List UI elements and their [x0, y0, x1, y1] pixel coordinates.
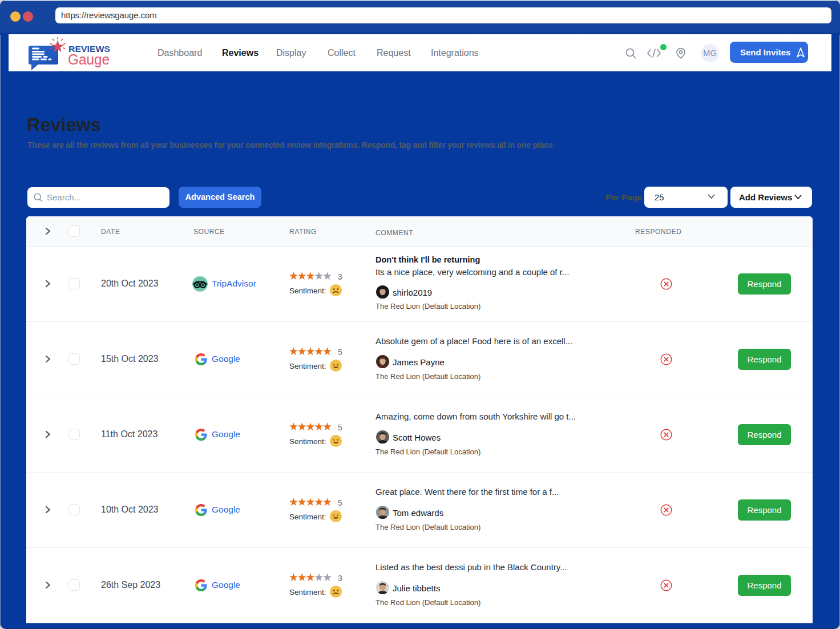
svg-text:Gauge: Gauge [68, 51, 110, 68]
